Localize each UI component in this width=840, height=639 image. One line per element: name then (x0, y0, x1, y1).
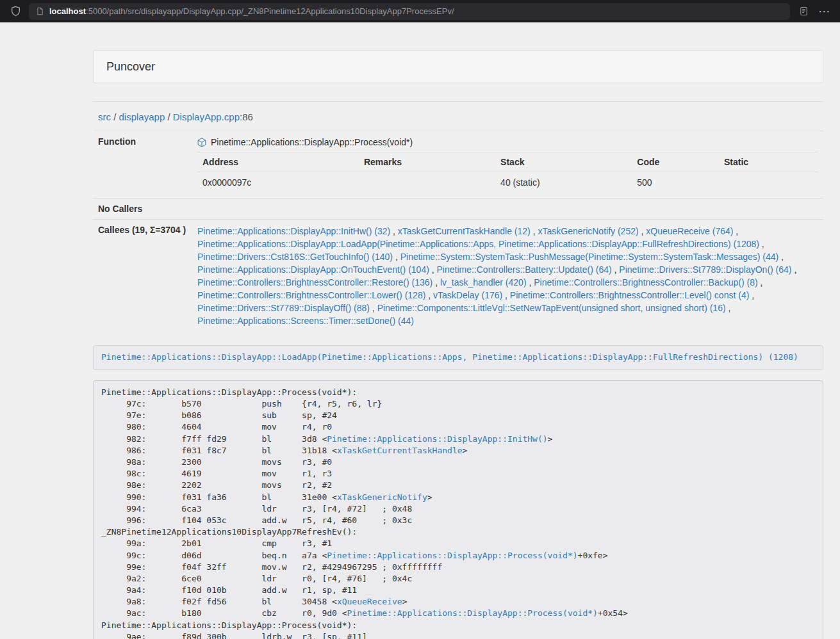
stats-header: Address (197, 152, 359, 172)
callee-link[interactable]: Pinetime::Controllers::Battery::Update()… (437, 264, 612, 275)
callee-link[interactable]: lv_task_handler (420) (440, 277, 527, 287)
breadcrumb-link[interactable]: DisplayApp.cpp (173, 111, 240, 122)
symbol-table: Function Pinetime::Applications::Display… (93, 131, 823, 332)
stats-header: Stack (495, 152, 632, 172)
url-text: localhost:5000/path/src/displayapp/Displ… (49, 6, 454, 16)
callee-separator: , (393, 252, 400, 262)
callee-separator: , (726, 303, 731, 313)
callee-link[interactable]: Pinetime::Drivers::St7789::DisplayOn() (… (619, 264, 791, 275)
callee-link[interactable]: Pinetime::Drivers::Cst816S::GetTouchInfo… (197, 252, 393, 262)
stats-header: Static (719, 152, 818, 172)
disassembly-block: Pinetime::Applications::DisplayApp::Proc… (93, 380, 823, 639)
more-menu-icon[interactable]: ⋯ (817, 4, 832, 19)
stats-header: Remarks (359, 152, 495, 172)
callee-link[interactable]: vTaskDelay (176) (433, 290, 502, 300)
code-symbol-link[interactable]: Pinetime::Applications::DisplayApp::Init… (327, 434, 547, 444)
callee-separator: , (612, 264, 620, 275)
function-cube-icon (197, 138, 206, 147)
loadapp-panel: Pinetime::Applications::DisplayApp::Load… (93, 345, 823, 370)
stats-cell: 500 (632, 172, 719, 193)
stats-cell: 0x0000097c (197, 172, 359, 193)
stats-cell (359, 172, 495, 193)
code-symbol-link[interactable]: xQueueReceive (337, 597, 402, 606)
callee-separator: , (639, 226, 646, 236)
code-symbol-link[interactable]: Pinetime::Applications::DisplayApp::Proc… (327, 551, 577, 560)
function-row-content: Pinetime::Applications::DisplayApp::Proc… (192, 131, 823, 198)
divider (93, 101, 823, 102)
stats-header-row: AddressRemarksStackCodeStatic (197, 152, 818, 172)
callee-link[interactable]: Pinetime::Components::LittleVgl::SetNewT… (377, 303, 726, 313)
url-bar[interactable]: localhost:5000/path/src/displayapp/Displ… (29, 3, 790, 20)
callee-link[interactable]: xQueueReceive (764) (646, 226, 733, 236)
page-title: Puncover (106, 60, 155, 74)
stats-value-row: 0x0000097c40 (static)500 (197, 172, 818, 193)
loadapp-symbol-link[interactable]: Pinetime::Applications::DisplayApp::Load… (101, 352, 798, 362)
callee-separator: , (778, 252, 784, 262)
no-callers-label: No Callers (93, 198, 192, 220)
code-symbol-link[interactable]: Pinetime::Applications::DisplayApp::Proc… (347, 608, 598, 618)
breadcrumb-separator: / (111, 111, 119, 122)
stats-table: AddressRemarksStackCodeStatic 0x0000097c… (197, 152, 818, 193)
code-symbol-link[interactable]: xTaskGenericNotify (337, 492, 427, 502)
stats-cell: 40 (static) (495, 172, 632, 193)
code-symbol-link[interactable]: xTaskGetCurrentTaskHandle (337, 446, 463, 455)
function-row: Function Pinetime::Applications::Display… (93, 131, 823, 198)
breadcrumb-separator: / (165, 111, 173, 122)
callers-row: No Callers (93, 198, 823, 220)
callee-separator: , (531, 226, 538, 236)
main-content: Puncover src / displayapp / DisplayApp.c… (93, 50, 823, 639)
callees-row: Callees (19, Σ=3704 ) Pinetime::Applicat… (93, 220, 823, 333)
callee-link[interactable]: Pinetime::System::SystemTask::PushMessag… (400, 252, 779, 262)
callees-label: Callees (19, Σ=3704 ) (93, 220, 192, 333)
callee-link[interactable]: Pinetime::Controllers::BrightnessControl… (197, 290, 425, 300)
breadcrumb-link[interactable]: displayapp (119, 111, 165, 122)
stats-cell (719, 172, 818, 193)
callee-link[interactable]: Pinetime::Controllers::BrightnessControl… (197, 277, 432, 287)
stats-header: Code (632, 152, 719, 172)
callee-link[interactable]: Pinetime::Applications::Screens::Timer::… (197, 316, 414, 326)
callee-separator: , (758, 277, 763, 287)
callee-link[interactable]: Pinetime::Applications::DisplayApp::Load… (197, 239, 759, 249)
callee-separator: , (390, 226, 398, 236)
function-symbol-line: Pinetime::Applications::DisplayApp::Proc… (197, 136, 818, 148)
breadcrumb-link[interactable]: src (98, 111, 111, 122)
breadcrumb: src / displayapp / DisplayApp.cpp:86 (93, 111, 823, 123)
callee-link[interactable]: Pinetime::Applications::DisplayApp::Init… (197, 226, 390, 236)
function-row-label: Function (93, 131, 192, 198)
callee-separator: , (759, 239, 764, 249)
reader-view-icon[interactable] (796, 4, 811, 19)
shield-icon[interactable] (8, 4, 23, 19)
callee-link[interactable]: xTaskGetCurrentTaskHandle (12) (398, 226, 531, 236)
callee-separator: , (502, 290, 510, 300)
callee-link[interactable]: Pinetime::Drivers::St7789::DisplayOff() … (197, 303, 370, 313)
callee-link[interactable]: Pinetime::Controllers::BrightnessControl… (534, 277, 757, 287)
callee-separator: , (792, 264, 797, 275)
url-host: localhost (49, 6, 86, 16)
breadcrumb-line-number: :86 (240, 111, 253, 122)
app-title-panel: Puncover (93, 50, 823, 83)
callee-separator: , (370, 303, 377, 313)
callee-separator: , (425, 290, 433, 300)
callee-separator: , (429, 264, 437, 275)
callee-link[interactable]: Pinetime::Applications::DisplayApp::OnTo… (197, 264, 429, 275)
callee-separator: , (749, 290, 754, 300)
callee-separator: , (733, 226, 738, 236)
callers-row-content (192, 198, 823, 220)
url-path: :5000/path/src/displayapp/DisplayApp.cpp… (86, 6, 454, 16)
callee-link[interactable]: Pinetime::Controllers::BrightnessControl… (510, 290, 749, 300)
function-symbol-name: Pinetime::Applications::DisplayApp::Proc… (211, 136, 413, 148)
callee-separator: , (527, 277, 534, 287)
callee-separator: , (432, 277, 440, 287)
callees-list: Pinetime::Applications::DisplayApp::Init… (192, 220, 823, 333)
page-icon (35, 6, 45, 17)
browser-chrome: localhost:5000/path/src/displayapp/Displ… (0, 0, 840, 22)
callee-link[interactable]: xTaskGenericNotify (252) (538, 226, 638, 236)
